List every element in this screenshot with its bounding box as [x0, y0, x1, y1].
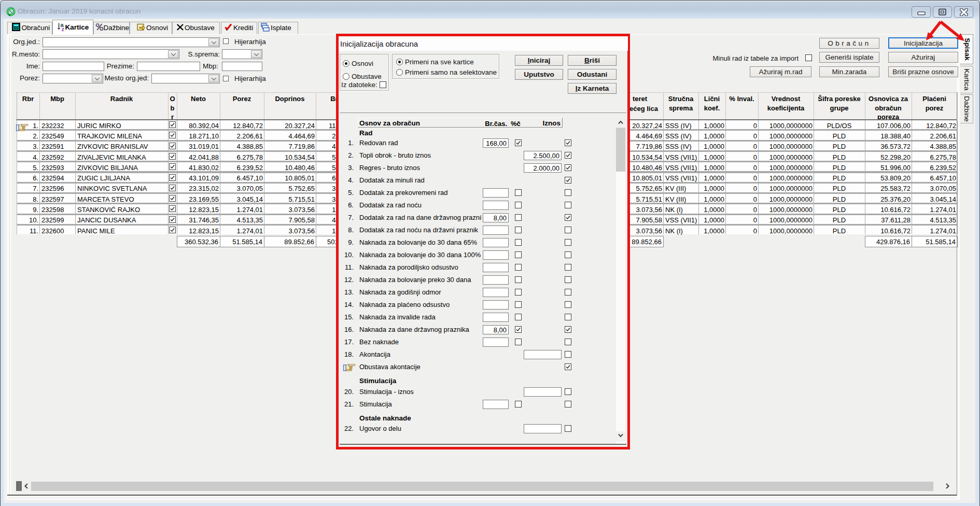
svg-text:z: z: [61, 26, 64, 32]
